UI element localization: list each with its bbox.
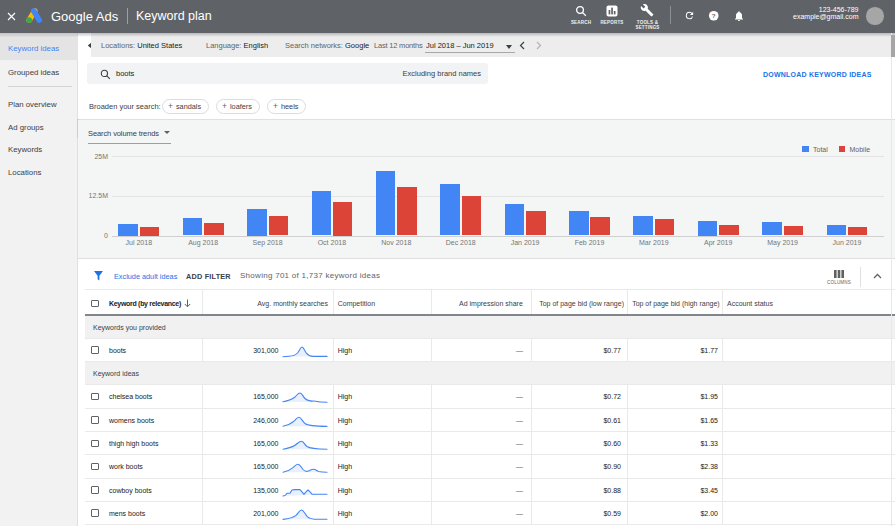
svg-text:?: ? [712, 12, 716, 19]
